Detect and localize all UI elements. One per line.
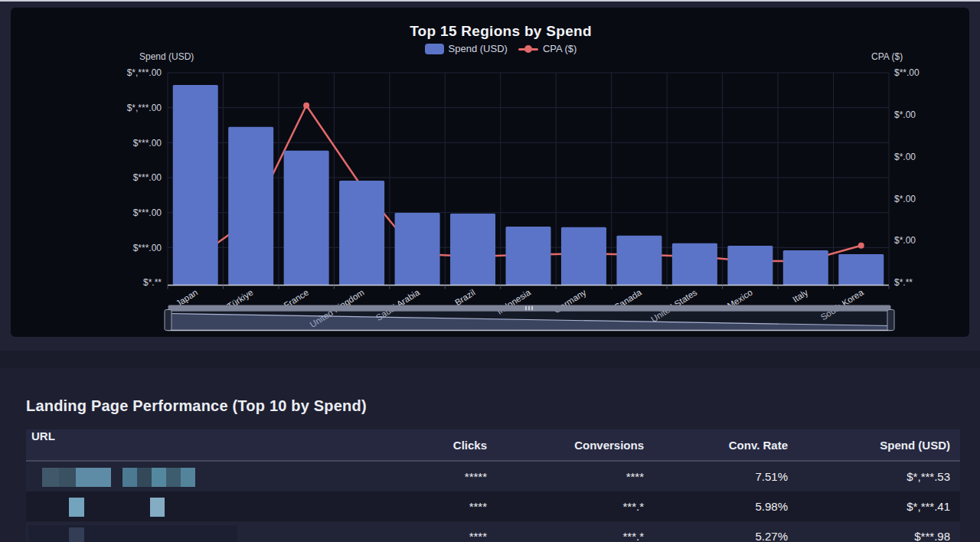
svg-text:$***.00: $***.00 bbox=[133, 138, 162, 149]
bar-France[interactable] bbox=[284, 151, 329, 286]
header-url: URL bbox=[26, 429, 386, 460]
datazoom-slider[interactable] bbox=[165, 305, 894, 331]
url-redaction-block bbox=[166, 468, 181, 487]
svg-text:$***.00: $***.00 bbox=[133, 243, 162, 253]
url-redaction-block bbox=[122, 468, 137, 487]
url-redaction-block bbox=[76, 468, 94, 487]
regions-spend-chart: $*,***.00$*,***.00$***.00$***.00$***.00$… bbox=[11, 8, 980, 352]
url-redaction-block bbox=[69, 498, 84, 517]
header-conv-rate: Conv. Rate bbox=[654, 439, 798, 452]
table-title: Landing Page Performance (Top 10 by Spen… bbox=[26, 397, 367, 415]
url-redaction-block bbox=[152, 468, 166, 487]
url-redaction-block bbox=[150, 498, 165, 517]
spend-cell: $***.98 bbox=[798, 530, 960, 542]
svg-text:$***.00: $***.00 bbox=[133, 207, 162, 218]
conv-rate-cell: 5.27% bbox=[654, 530, 798, 542]
clicks-cell: **** bbox=[386, 500, 497, 513]
url-redaction-block bbox=[59, 468, 76, 487]
bar-Italy[interactable] bbox=[783, 250, 828, 286]
cpa-point-France[interactable] bbox=[303, 103, 309, 109]
header-clicks: Clicks bbox=[386, 439, 497, 452]
table-header-row: URLClicksConversionsConv. RateSpend (USD… bbox=[26, 429, 960, 462]
svg-text:$*,***.00: $*,***.00 bbox=[127, 67, 162, 78]
clicks-cell: ***** bbox=[386, 470, 497, 483]
svg-text:$*.00: $*.00 bbox=[894, 235, 916, 246]
conv-rate-cell: 7.51% bbox=[654, 470, 798, 483]
svg-text:$***.00: $***.00 bbox=[133, 172, 162, 183]
bar-Türkiye[interactable] bbox=[228, 127, 273, 286]
bar-United States[interactable] bbox=[672, 243, 717, 286]
conv-rate-cell: 5.98% bbox=[654, 500, 798, 513]
url-cell-redacted bbox=[26, 491, 386, 521]
bar-United Kingdom[interactable] bbox=[339, 181, 384, 285]
bar-Indonesia[interactable] bbox=[506, 227, 551, 286]
svg-text:$*.**: $*.** bbox=[143, 277, 162, 288]
datazoom-handle-left[interactable] bbox=[165, 310, 172, 331]
svg-text:$*,***.00: $*,***.00 bbox=[127, 103, 162, 113]
svg-text:$*.00: $*.00 bbox=[894, 194, 916, 204]
bar-South Korea[interactable] bbox=[838, 254, 884, 285]
bar-Japan[interactable] bbox=[173, 85, 218, 286]
left-axis-labels: $*,***.00$*,***.00$***.00$***.00$***.00$… bbox=[127, 67, 162, 288]
section-divider-band bbox=[0, 351, 980, 368]
x-axis bbox=[168, 286, 889, 289]
svg-text:Italy: Italy bbox=[791, 287, 809, 304]
url-redaction-block bbox=[28, 525, 237, 542]
svg-text:Brazil: Brazil bbox=[453, 288, 477, 308]
landing-page-card: Landing Page Performance (Top 10 by Spen… bbox=[0, 368, 980, 542]
conversions-cell: **** bbox=[497, 470, 654, 483]
bar-Canada[interactable] bbox=[616, 236, 662, 286]
spend-cell: $*,***.41 bbox=[798, 500, 960, 513]
bar-Mexico[interactable] bbox=[727, 246, 773, 285]
clicks-cell: **** bbox=[386, 530, 497, 542]
table-row: *******.*5.98%$*,***.41 bbox=[26, 491, 960, 521]
header-spend-usd-: Spend (USD) bbox=[798, 439, 960, 452]
spend-chart-card: Top 15 Regions by Spend Spend (USD) CPA … bbox=[11, 8, 969, 337]
table-row: *********7.51%$*,***.53 bbox=[26, 462, 960, 491]
move-handle-grip-icon bbox=[525, 306, 527, 310]
url-redaction-block bbox=[94, 468, 111, 487]
top-edge-strip bbox=[0, 0, 980, 2]
url-redaction-block bbox=[181, 468, 195, 487]
cpa-point-South Korea[interactable] bbox=[858, 243, 864, 249]
svg-text:$*.00: $*.00 bbox=[894, 152, 916, 162]
spend-bar-series[interactable] bbox=[173, 85, 884, 286]
bar-Brazil[interactable] bbox=[450, 214, 495, 285]
conversions-cell: ***.* bbox=[497, 530, 654, 542]
datazoom-handle-right[interactable] bbox=[887, 310, 894, 331]
svg-text:$*.**: $*.** bbox=[894, 277, 913, 288]
url-cell-redacted bbox=[26, 462, 386, 491]
url-redaction-block bbox=[137, 468, 152, 487]
header-conversions: Conversions bbox=[497, 439, 654, 452]
conversions-cell: ***.* bbox=[497, 500, 654, 513]
url-cell-redacted bbox=[26, 521, 386, 542]
svg-text:$**.00: $**.00 bbox=[894, 67, 920, 78]
spend-cell: $*,***.53 bbox=[798, 470, 960, 483]
url-redaction-block bbox=[42, 468, 59, 487]
url-redaction-block bbox=[69, 527, 84, 542]
bar-Germany[interactable] bbox=[561, 227, 606, 286]
move-handle-grip-icon bbox=[528, 306, 530, 310]
bar-Saudi Arabia[interactable] bbox=[395, 213, 440, 285]
landing-page-table: URLClicksConversionsConv. RateSpend (USD… bbox=[26, 429, 960, 542]
svg-text:$*.00: $*.00 bbox=[894, 109, 916, 120]
table-row: *******.*5.27%$***.98 bbox=[26, 521, 960, 542]
right-axis-labels: $**.00$*.00$*.00$*.00$*.00$*.** bbox=[894, 67, 920, 288]
move-handle-grip-icon bbox=[531, 306, 533, 310]
